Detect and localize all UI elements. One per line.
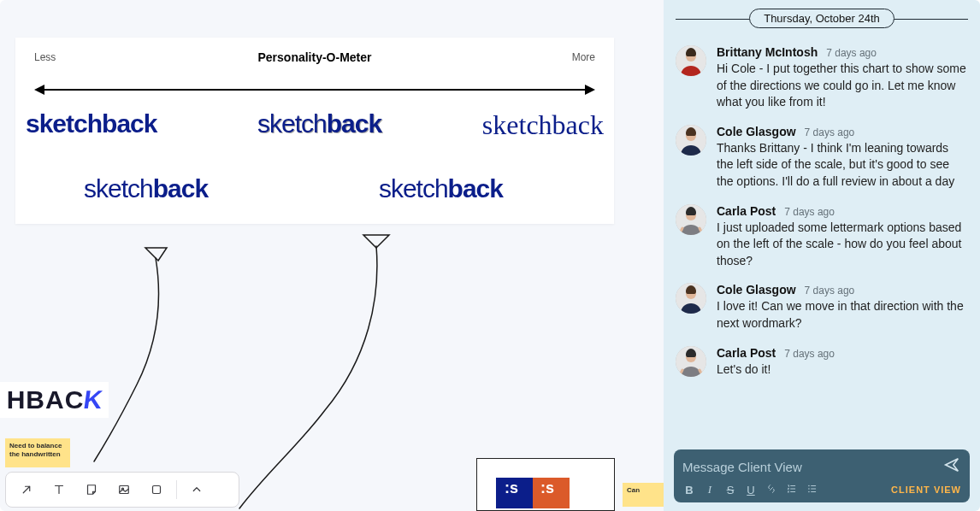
ordered-list-icon[interactable] xyxy=(785,483,799,497)
lettermark-crop[interactable]: HBACK xyxy=(0,382,109,418)
message-list[interactable]: Brittany McIntosh7 days agoHi Cole - I p… xyxy=(664,32,980,443)
logo-variant-1: sketchback xyxy=(26,111,156,138)
message-author: Cole Glasgow xyxy=(717,125,796,138)
italic-icon[interactable]: I xyxy=(703,483,717,496)
image-icon[interactable] xyxy=(109,476,139,503)
meter-row-2: sketchback sketchback xyxy=(84,174,503,203)
message-author: Carla Post xyxy=(717,346,776,360)
message-text: I love it! Can we move in that direction… xyxy=(717,298,968,332)
message-composer: Message Client View B I S U xyxy=(674,449,970,502)
message-row[interactable]: Brittany McIntosh7 days agoHi Cole - I p… xyxy=(676,38,968,118)
sticky-note-1[interactable]: Need to balance the handwritten xyxy=(5,438,70,467)
preview-glyph-2: :s xyxy=(540,479,554,497)
meter-title: Personality-O-Meter xyxy=(15,50,614,64)
svg-point-15 xyxy=(808,490,810,492)
message-timestamp: 7 days ago xyxy=(784,206,835,218)
strike-icon[interactable]: S xyxy=(723,484,737,496)
svg-point-14 xyxy=(808,488,810,490)
chat-panel: Thursday, October 24th Brittany McIntosh… xyxy=(664,0,980,511)
preview-swatch: :s :s xyxy=(496,478,570,508)
toolbar-separator xyxy=(176,480,177,499)
client-view-label[interactable]: CLIENT VIEW xyxy=(891,485,961,495)
underline-icon[interactable]: U xyxy=(744,484,758,496)
logo-variant-2: sketchback xyxy=(257,111,381,138)
text-tool-icon[interactable] xyxy=(44,476,74,503)
message-row[interactable]: Carla Post7 days agoLet's do it! xyxy=(676,339,968,385)
bold-icon[interactable]: B xyxy=(682,484,696,496)
avatar[interactable] xyxy=(676,204,706,235)
date-divider: Thursday, October 24th xyxy=(664,0,980,32)
avatar[interactable] xyxy=(676,125,706,156)
message-row[interactable]: Carla Post7 days agoI just uploaded some… xyxy=(676,197,968,277)
meter-row-1: sketchback sketchback sketchback xyxy=(15,111,614,138)
message-timestamp: 7 days ago xyxy=(805,126,855,138)
shape-icon[interactable] xyxy=(141,476,172,503)
composer-input[interactable]: Message Client View xyxy=(682,460,802,474)
send-icon[interactable] xyxy=(942,455,961,478)
arrow-icon[interactable] xyxy=(11,476,42,503)
sticky-note-2[interactable]: Can xyxy=(623,483,664,507)
sticky-note-icon[interactable] xyxy=(76,476,107,503)
link-icon[interactable] xyxy=(765,483,778,497)
date-pill: Thursday, October 24th xyxy=(749,9,894,28)
message-text: I just uploaded some lettermark options … xyxy=(717,220,968,270)
unordered-list-icon[interactable] xyxy=(806,483,819,497)
logo-variant-4: sketchback xyxy=(84,174,208,203)
svg-point-13 xyxy=(808,485,810,486)
canvas-area[interactable]: Less Personality-O-Meter More sketchback… xyxy=(0,0,664,511)
canvas-toolbar xyxy=(5,472,239,508)
avatar[interactable] xyxy=(676,45,706,76)
message-author: Brittany McIntosh xyxy=(717,45,818,59)
avatar[interactable] xyxy=(676,346,706,377)
preview-glyph-1: :s xyxy=(505,479,518,497)
message-author: Cole Glasgow xyxy=(717,283,796,297)
message-text: Thanks Brittany - I think I'm leaning to… xyxy=(717,140,968,191)
logo-variant-5: sketchback xyxy=(379,174,503,203)
svg-rect-2 xyxy=(153,486,161,494)
logo-variant-3: sketchback xyxy=(482,111,604,138)
chevron-up-icon[interactable] xyxy=(181,476,212,503)
personality-meter-card: Less Personality-O-Meter More sketchback… xyxy=(15,38,614,224)
message-author: Carla Post xyxy=(717,204,776,218)
message-row[interactable]: Cole Glasgow7 days agoThanks Brittany - … xyxy=(676,118,968,197)
message-timestamp: 7 days ago xyxy=(784,348,835,360)
meter-axis-line xyxy=(36,89,593,91)
message-row[interactable]: Cole Glasgow7 days agoI love it! Can we … xyxy=(676,276,968,338)
preview-card[interactable]: :s :s xyxy=(476,458,615,511)
message-text: Hi Cole - I put together this chart to s… xyxy=(717,61,968,111)
avatar[interactable] xyxy=(676,283,706,314)
message-text: Let's do it! xyxy=(717,361,968,379)
message-timestamp: 7 days ago xyxy=(826,47,877,59)
message-timestamp: 7 days ago xyxy=(805,285,855,297)
format-toolbar: B I S U xyxy=(682,483,819,497)
